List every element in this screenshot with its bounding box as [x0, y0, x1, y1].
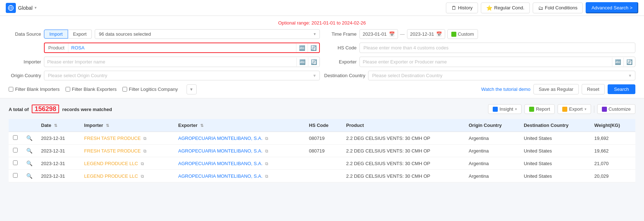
row-search-icon[interactable]: 🔍: [26, 160, 32, 166]
date-start-input[interactable]: 2023-01-01 📅: [359, 29, 398, 39]
calendar-icon: 📅: [389, 31, 395, 37]
filter-blank-exporters-checkbox[interactable]: [66, 87, 70, 92]
search-button[interactable]: Search: [608, 84, 635, 94]
row-checkbox[interactable]: [13, 148, 18, 153]
row-search-cell[interactable]: 🔍: [22, 132, 37, 145]
reset-button[interactable]: Reset: [582, 84, 605, 94]
filter-logistics-label[interactable]: Filter Logitics Company: [122, 87, 178, 92]
row-product: 2.2 DEG CELSIUS VENTS: 30 CMH OP: [342, 132, 464, 145]
exporter-copy-icon[interactable]: ⧉: [265, 149, 268, 154]
exporter-input[interactable]: [360, 57, 612, 67]
time-frame-group: Time Frame 2023-01-01 📅 — 2023-12-31 📅 C…: [324, 29, 635, 39]
product-field[interactable]: Product ROSA 🔤 🔄: [44, 43, 320, 53]
data-source-group: Data Source Import Export 96 data source…: [9, 29, 320, 39]
top-navigation: Global ▾ 🗒 History ⭐ Regular Cond. 🗂 Fol…: [0, 0, 644, 16]
table-row: 🔍 2023-12-31 FRESH TASTE PRODUCE ⧉ AGROP…: [9, 132, 635, 145]
row-checkbox-cell[interactable]: [9, 170, 22, 182]
row-hscode: [305, 170, 342, 182]
nav-right: 🗒 History ⭐ Regular Cond. 🗂 Fold Conditi…: [446, 2, 638, 13]
filter-blank-exporters-label[interactable]: Filter Blank Exporters: [66, 87, 117, 92]
filter-logistics-checkbox[interactable]: [122, 87, 127, 92]
importer-sync-icon[interactable]: 🔄: [308, 58, 319, 66]
insight-caret-icon: ▾: [515, 107, 517, 111]
row-search-icon[interactable]: 🔍: [26, 148, 32, 154]
row-weight: 19,692: [590, 132, 635, 145]
row-origin: Argentina: [464, 170, 519, 182]
product-sync-icon[interactable]: 🔄: [308, 44, 319, 52]
row-checkbox[interactable]: [13, 173, 18, 178]
date-end-input[interactable]: 2023-12-31 📅: [407, 29, 446, 39]
importer-copy-icon[interactable]: ⧉: [143, 149, 147, 154]
export-button[interactable]: Export ▾: [558, 104, 591, 114]
product-translate-icon[interactable]: 🔤: [296, 44, 308, 52]
data-table: Date ⇅ Importer ⇅ Exporter ⇅ HS Code Pro…: [9, 119, 635, 182]
row-search-cell[interactable]: 🔍: [22, 170, 37, 182]
row-importer: LEGEND PRODUCE LLC ⧉: [80, 170, 174, 182]
col-importer[interactable]: Importer ⇅: [80, 119, 174, 132]
col-destination: Destination Country: [519, 119, 590, 132]
exporter-translate-icon[interactable]: 🔤: [612, 58, 623, 66]
app-icon: [6, 3, 16, 13]
origin-country-group: Origin Country Please select Origin Coun…: [9, 71, 320, 80]
fold-conditions-button[interactable]: 🗂 Fold Conditions: [533, 3, 583, 13]
row-checkbox[interactable]: [13, 135, 18, 140]
action-divider: [594, 106, 594, 113]
import-tab[interactable]: Import: [44, 30, 68, 39]
row-search-cell[interactable]: 🔍: [22, 145, 37, 157]
row-search-icon[interactable]: 🔍: [26, 173, 32, 179]
date-separator: —: [400, 31, 405, 37]
row-checkbox-cell[interactable]: [9, 145, 22, 157]
history-icon: 🗒: [451, 5, 456, 11]
filter-blank-importers-label[interactable]: Filter Blank Importers: [9, 87, 60, 92]
row-weight: 20,029: [590, 170, 635, 182]
exporter-label: Exporter: [324, 59, 357, 65]
exporter-copy-icon[interactable]: ⧉: [265, 174, 268, 179]
watch-tutorial-link[interactable]: Watch the tutorial demo: [481, 87, 531, 92]
history-button[interactable]: 🗒 History: [446, 3, 478, 13]
row-exporter: AGROPECUARIA MONTELIBANO, S.A. ⧉: [174, 157, 305, 170]
row-search-cell[interactable]: 🔍: [22, 157, 37, 170]
row-checkbox-cell[interactable]: [9, 132, 22, 145]
origin-country-select[interactable]: Please select Origin Country ▾: [44, 71, 320, 80]
exporter-copy-icon[interactable]: ⧉: [265, 136, 268, 141]
table-row: 🔍 2023-12-31 LEGEND PRODUCE LLC ⧉ AGROPE…: [9, 157, 635, 170]
global-caret-icon[interactable]: ▾: [35, 5, 37, 10]
hs-code-input[interactable]: [359, 43, 635, 53]
row-importer: LEGEND PRODUCE LLC ⧉: [80, 157, 174, 170]
data-source-tabs: Import Export: [44, 30, 92, 39]
destination-country-label: Destination Country: [324, 73, 365, 78]
export-tab[interactable]: Export: [68, 30, 92, 39]
exporter-sync-icon[interactable]: 🔄: [623, 58, 635, 66]
importer-copy-icon[interactable]: ⧉: [141, 174, 144, 179]
regular-cond-button[interactable]: ⭐ Regular Cond.: [481, 3, 530, 13]
importer-translate-icon[interactable]: 🔤: [296, 58, 308, 66]
results-count: A total of 156298 records were matched: [9, 105, 112, 113]
advanced-search-button[interactable]: Advanced Search >: [586, 2, 638, 13]
row-exporter: AGROPECUARIA MONTELIBANO, S.A. ⧉: [174, 145, 305, 157]
save-as-regular-button[interactable]: Save as Regular: [533, 84, 579, 94]
search-row-2: Product Product ROSA 🔤 🔄 HS Code: [9, 43, 635, 53]
col-exporter[interactable]: Exporter ⇅: [174, 119, 305, 132]
col-date[interactable]: Date ⇅: [37, 119, 80, 132]
custom-button[interactable]: Custom: [447, 29, 478, 39]
data-sources-select[interactable]: 96 data sources selected ▾: [95, 29, 320, 39]
insight-button[interactable]: Insight ▾: [488, 104, 522, 114]
exporter-copy-icon[interactable]: ⧉: [265, 161, 268, 166]
importer-copy-icon[interactable]: ⧉: [143, 136, 147, 141]
expand-filters-button[interactable]: ▾: [187, 84, 197, 94]
row-date: 2023-12-31: [37, 157, 80, 170]
global-label: Global: [18, 5, 32, 11]
results-section: A total of 156298 records were matched I…: [0, 98, 644, 182]
row-checkbox[interactable]: [13, 160, 18, 165]
destination-country-group: Destination Country Please select Destin…: [324, 71, 635, 80]
customize-button[interactable]: Customize: [597, 104, 635, 114]
row-checkbox-cell[interactable]: [9, 157, 22, 170]
importer-input[interactable]: [44, 57, 296, 67]
destination-country-select[interactable]: Please select Destination Country ▾: [368, 71, 635, 80]
report-button[interactable]: Report: [524, 104, 555, 114]
filter-blank-importers-checkbox[interactable]: [9, 87, 13, 92]
importer-copy-icon[interactable]: ⧉: [141, 161, 144, 166]
row-destination: United States: [519, 145, 590, 157]
results-actions: Insight ▾ Report Export ▾ Customize: [488, 104, 635, 114]
row-search-icon[interactable]: 🔍: [26, 135, 32, 141]
